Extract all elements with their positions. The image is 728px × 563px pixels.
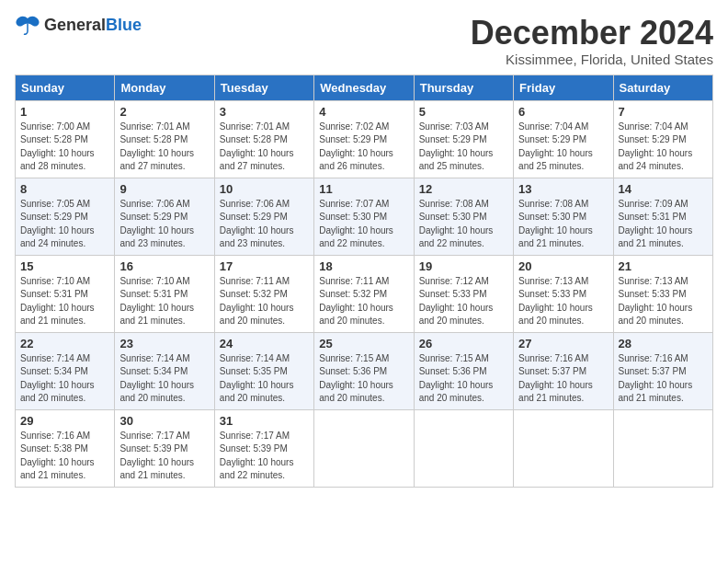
calendar-header-tuesday: Tuesday	[214, 75, 313, 100]
day-info: Sunrise: 7:11 AMSunset: 5:32 PMDaylight:…	[220, 275, 309, 328]
logo-general: General	[44, 16, 106, 34]
day-number: 21	[619, 259, 708, 273]
day-info: Sunrise: 7:07 AMSunset: 5:30 PMDaylight:…	[319, 198, 408, 251]
day-info: Sunrise: 7:14 AMSunset: 5:34 PMDaylight:…	[20, 352, 109, 406]
calendar-cell: 5Sunrise: 7:03 AMSunset: 5:29 PMDaylight…	[414, 100, 513, 178]
day-number: 15	[20, 259, 109, 273]
day-number: 25	[319, 337, 408, 350]
calendar-cell: 23Sunrise: 7:14 AMSunset: 5:34 PMDayligh…	[115, 332, 214, 409]
calendar-cell: 18Sunrise: 7:11 AMSunset: 5:32 PMDayligh…	[314, 255, 414, 332]
calendar-cell: 15Sunrise: 7:10 AMSunset: 5:31 PMDayligh…	[16, 255, 115, 332]
calendar-week-row: 1Sunrise: 7:00 AMSunset: 5:28 PMDaylight…	[16, 100, 713, 178]
calendar-header-thursday: Thursday	[414, 75, 513, 100]
day-info: Sunrise: 7:15 AMSunset: 5:36 PMDaylight:…	[319, 352, 408, 406]
day-info: Sunrise: 7:04 AMSunset: 5:29 PMDaylight:…	[518, 121, 608, 174]
calendar-table: SundayMondayTuesdayWednesdayThursdayFrid…	[15, 75, 713, 488]
day-info: Sunrise: 7:10 AMSunset: 5:31 PMDaylight:…	[20, 275, 109, 328]
calendar-cell	[314, 409, 414, 487]
day-number: 20	[518, 259, 608, 273]
calendar-cell: 22Sunrise: 7:14 AMSunset: 5:34 PMDayligh…	[16, 332, 115, 409]
day-info: Sunrise: 7:14 AMSunset: 5:35 PMDaylight:…	[220, 352, 309, 406]
calendar-cell: 21Sunrise: 7:13 AMSunset: 5:33 PMDayligh…	[613, 255, 712, 332]
day-number: 16	[119, 259, 209, 273]
calendar-week-row: 8Sunrise: 7:05 AMSunset: 5:29 PMDaylight…	[16, 178, 713, 255]
day-number: 29	[20, 414, 109, 428]
calendar-cell: 30Sunrise: 7:17 AMSunset: 5:39 PMDayligh…	[115, 409, 214, 487]
day-info: Sunrise: 7:13 AMSunset: 5:33 PMDaylight:…	[518, 275, 608, 328]
day-info: Sunrise: 7:06 AMSunset: 5:29 PMDaylight:…	[220, 198, 309, 251]
calendar-cell: 26Sunrise: 7:15 AMSunset: 5:36 PMDayligh…	[414, 332, 513, 409]
day-number: 19	[419, 259, 508, 273]
day-number: 26	[419, 337, 508, 350]
day-info: Sunrise: 7:14 AMSunset: 5:34 PMDaylight:…	[119, 352, 209, 406]
day-info: Sunrise: 7:05 AMSunset: 5:29 PMDaylight:…	[20, 198, 109, 251]
logo-bird-icon	[15, 15, 40, 35]
day-info: Sunrise: 7:02 AMSunset: 5:29 PMDaylight:…	[319, 121, 408, 174]
calendar-cell: 28Sunrise: 7:16 AMSunset: 5:37 PMDayligh…	[613, 332, 712, 409]
day-info: Sunrise: 7:12 AMSunset: 5:33 PMDaylight:…	[419, 275, 508, 328]
day-info: Sunrise: 7:11 AMSunset: 5:32 PMDaylight:…	[319, 275, 408, 328]
day-number: 18	[319, 259, 408, 273]
day-info: Sunrise: 7:08 AMSunset: 5:30 PMDaylight:…	[518, 198, 608, 251]
day-number: 6	[518, 105, 608, 119]
calendar-cell: 27Sunrise: 7:16 AMSunset: 5:37 PMDayligh…	[514, 332, 613, 409]
day-number: 24	[220, 337, 309, 350]
day-info: Sunrise: 7:17 AMSunset: 5:39 PMDaylight:…	[220, 430, 309, 483]
calendar-cell: 8Sunrise: 7:05 AMSunset: 5:29 PMDaylight…	[16, 178, 115, 255]
day-number: 10	[220, 182, 309, 196]
calendar-cell: 14Sunrise: 7:09 AMSunset: 5:31 PMDayligh…	[613, 178, 712, 255]
day-info: Sunrise: 7:16 AMSunset: 5:38 PMDaylight:…	[20, 430, 109, 483]
logo: GeneralBlue	[15, 15, 142, 35]
day-number: 27	[518, 337, 608, 350]
calendar-header-row: SundayMondayTuesdayWednesdayThursdayFrid…	[16, 75, 713, 100]
calendar-week-row: 22Sunrise: 7:14 AMSunset: 5:34 PMDayligh…	[16, 332, 713, 409]
calendar-cell: 10Sunrise: 7:06 AMSunset: 5:29 PMDayligh…	[214, 178, 313, 255]
calendar-cell: 1Sunrise: 7:00 AMSunset: 5:28 PMDaylight…	[16, 100, 115, 178]
day-number: 3	[220, 105, 309, 119]
calendar-cell	[613, 409, 712, 487]
calendar-cell: 20Sunrise: 7:13 AMSunset: 5:33 PMDayligh…	[514, 255, 613, 332]
day-number: 9	[119, 182, 209, 196]
day-number: 4	[319, 105, 408, 119]
day-info: Sunrise: 7:17 AMSunset: 5:39 PMDaylight:…	[119, 430, 209, 483]
calendar-cell: 17Sunrise: 7:11 AMSunset: 5:32 PMDayligh…	[214, 255, 313, 332]
calendar-cell: 7Sunrise: 7:04 AMSunset: 5:29 PMDaylight…	[613, 100, 712, 178]
calendar-header-saturday: Saturday	[613, 75, 712, 100]
day-number: 11	[319, 182, 408, 196]
calendar-cell: 6Sunrise: 7:04 AMSunset: 5:29 PMDaylight…	[514, 100, 613, 178]
calendar-cell: 3Sunrise: 7:01 AMSunset: 5:28 PMDaylight…	[214, 100, 313, 178]
calendar-week-row: 29Sunrise: 7:16 AMSunset: 5:38 PMDayligh…	[16, 409, 713, 487]
day-info: Sunrise: 7:16 AMSunset: 5:37 PMDaylight:…	[619, 352, 708, 406]
month-title: December 2024	[471, 15, 713, 52]
calendar-cell: 4Sunrise: 7:02 AMSunset: 5:29 PMDaylight…	[314, 100, 414, 178]
day-info: Sunrise: 7:06 AMSunset: 5:29 PMDaylight:…	[119, 198, 209, 251]
day-number: 5	[419, 105, 508, 119]
calendar-cell: 25Sunrise: 7:15 AMSunset: 5:36 PMDayligh…	[314, 332, 414, 409]
calendar-header-sunday: Sunday	[16, 75, 115, 100]
day-info: Sunrise: 7:08 AMSunset: 5:30 PMDaylight:…	[419, 198, 508, 251]
calendar-cell: 9Sunrise: 7:06 AMSunset: 5:29 PMDaylight…	[115, 178, 214, 255]
day-number: 2	[119, 105, 209, 119]
day-number: 17	[220, 259, 309, 273]
day-number: 31	[220, 414, 309, 428]
calendar-cell: 24Sunrise: 7:14 AMSunset: 5:35 PMDayligh…	[214, 332, 313, 409]
calendar-cell: 2Sunrise: 7:01 AMSunset: 5:28 PMDaylight…	[115, 100, 214, 178]
header: GeneralBlue December 2024 Kissimmee, Flo…	[15, 15, 713, 67]
day-number: 8	[20, 182, 109, 196]
day-number: 7	[619, 105, 708, 119]
day-info: Sunrise: 7:01 AMSunset: 5:28 PMDaylight:…	[220, 121, 309, 174]
calendar-header-monday: Monday	[115, 75, 214, 100]
calendar-cell: 31Sunrise: 7:17 AMSunset: 5:39 PMDayligh…	[214, 409, 313, 487]
calendar-cell: 16Sunrise: 7:10 AMSunset: 5:31 PMDayligh…	[115, 255, 214, 332]
calendar-cell: 29Sunrise: 7:16 AMSunset: 5:38 PMDayligh…	[16, 409, 115, 487]
day-info: Sunrise: 7:01 AMSunset: 5:28 PMDaylight:…	[119, 121, 209, 174]
calendar-cell	[414, 409, 513, 487]
day-info: Sunrise: 7:10 AMSunset: 5:31 PMDaylight:…	[119, 275, 209, 328]
day-number: 30	[119, 414, 209, 428]
day-number: 14	[619, 182, 708, 196]
day-info: Sunrise: 7:09 AMSunset: 5:31 PMDaylight:…	[619, 198, 708, 251]
title-area: December 2024 Kissimmee, Florida, United…	[471, 15, 713, 67]
day-info: Sunrise: 7:04 AMSunset: 5:29 PMDaylight:…	[619, 121, 708, 174]
calendar-cell: 13Sunrise: 7:08 AMSunset: 5:30 PMDayligh…	[514, 178, 613, 255]
day-number: 13	[518, 182, 608, 196]
